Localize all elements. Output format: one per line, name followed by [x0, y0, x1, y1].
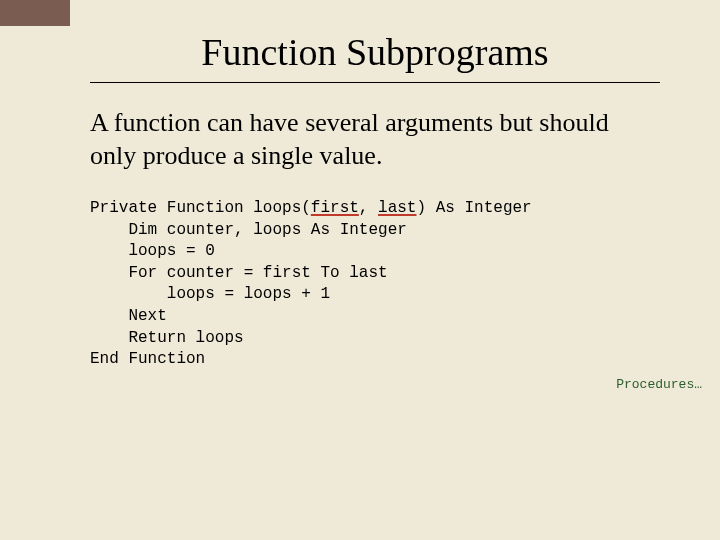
code-arg-first: first [311, 199, 359, 217]
slide-title: Function Subprograms [90, 30, 660, 74]
body-text: A function can have several arguments bu… [90, 107, 660, 172]
corner-accent [0, 0, 70, 26]
code-line-1c: ) As Integer [416, 199, 531, 217]
footer-link[interactable]: Procedures… [616, 377, 702, 392]
title-rule [90, 82, 660, 83]
code-arg-last: last [378, 199, 416, 217]
code-line-1b: , [359, 199, 378, 217]
code-line-4: For counter = first To last [90, 264, 388, 282]
code-line-2: Dim counter, loops As Integer [90, 221, 407, 239]
code-block: Private Function loops(first, last) As I… [90, 198, 660, 371]
slide-content: Function Subprograms A function can have… [0, 0, 720, 371]
code-line-1a: Private Function loops( [90, 199, 311, 217]
code-line-3: loops = 0 [90, 242, 215, 260]
code-line-8: End Function [90, 350, 205, 368]
code-line-7: Return loops [90, 329, 244, 347]
code-line-5: loops = loops + 1 [90, 285, 330, 303]
code-line-6: Next [90, 307, 167, 325]
